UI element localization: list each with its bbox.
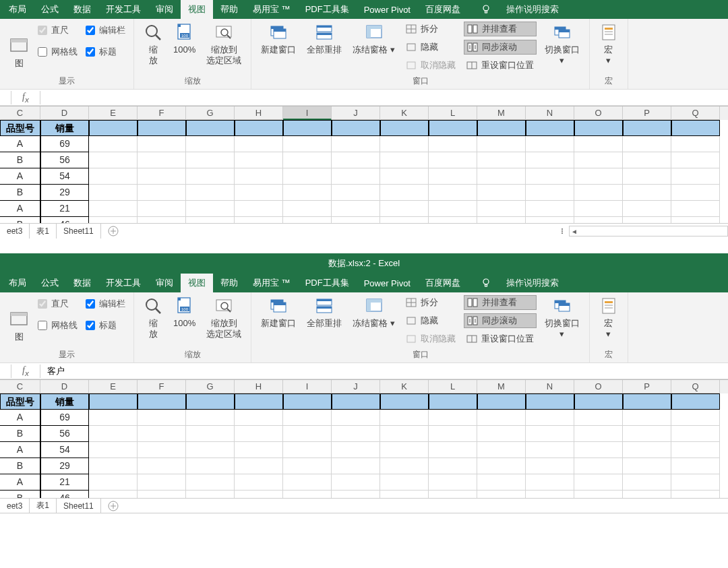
tab-formula[interactable]: 公式 (34, 274, 66, 292)
column-header[interactable]: I (283, 106, 332, 120)
new-window-button[interactable]: 新建窗口 (255, 294, 301, 329)
tell-me-search[interactable]: 操作说明搜索 (499, 274, 566, 292)
tab-powerpivot[interactable]: Power Pivot (357, 0, 418, 19)
chk-gridlines[interactable]: 网格线 (38, 46, 78, 58)
sheet-tab[interactable]: eet3 (0, 499, 30, 513)
tab-eyb[interactable]: 易用宝 ™ (245, 0, 298, 19)
column-header[interactable]: C (0, 380, 40, 393)
column-header[interactable]: K (380, 106, 429, 120)
tab-layout[interactable]: 布局 (1, 274, 34, 292)
tab-baidu[interactable]: 百度网盘 (418, 274, 468, 292)
reset-window-position-button[interactable]: 重设窗口位置 (464, 332, 537, 346)
tab-eyb[interactable]: 易用宝 ™ (245, 274, 298, 292)
zoom-selection-button[interactable]: 缩放到 选定区域 (201, 20, 247, 66)
chk-headings[interactable]: 标题 (86, 46, 125, 58)
column-header[interactable]: J (332, 380, 380, 393)
tab-formula[interactable]: 公式 (34, 0, 66, 19)
column-header[interactable]: E (89, 106, 138, 120)
macros-button[interactable]: 宏▾ (594, 294, 624, 340)
workbook-views-icon[interactable]: 图 (4, 294, 34, 342)
spreadsheet-grid-top[interactable]: CDEFGHIJKLMNOPQ品型号销量A69B56A54B29A21B46 (0, 106, 728, 223)
column-header[interactable]: M (477, 380, 526, 393)
column-header[interactable]: J (332, 106, 380, 120)
tab-pdf[interactable]: PDF工具集 (298, 0, 357, 19)
column-header[interactable]: E (89, 380, 138, 393)
tab-view[interactable]: 视图 (181, 274, 213, 292)
column-header[interactable]: P (623, 106, 671, 120)
chk-ruler[interactable]: 直尺 (38, 298, 78, 310)
tab-review[interactable]: 审阅 (148, 274, 181, 292)
formula-input[interactable] (42, 90, 728, 105)
zoom-100-button[interactable]: 100 100% (168, 20, 201, 55)
tab-pdf[interactable]: PDF工具集 (298, 274, 357, 292)
sheet-tab[interactable]: Sheet11 (57, 224, 101, 239)
hide-button[interactable]: 隐藏 (403, 40, 458, 55)
tab-devtools[interactable]: 开发工具 (98, 274, 148, 292)
column-header[interactable]: F (138, 380, 186, 393)
column-header[interactable]: M (477, 106, 526, 120)
column-header[interactable]: D (40, 380, 89, 393)
column-header[interactable]: N (526, 106, 574, 120)
zoom-button[interactable]: 缩 放 (138, 294, 168, 340)
freeze-panes-button[interactable]: 冻结窗格 ▾ (347, 20, 400, 55)
tab-layout[interactable]: 布局 (1, 0, 34, 19)
freeze-panes-button[interactable]: 冻结窗格 ▾ (347, 294, 400, 329)
split-button[interactable]: 拆分 (403, 295, 458, 310)
synchronous-scrolling-button[interactable]: 同步滚动 (464, 313, 537, 328)
column-header[interactable]: G (186, 380, 235, 393)
tab-devtools[interactable]: 开发工具 (98, 0, 148, 19)
spreadsheet-grid-bottom[interactable]: CDEFGHIJKLMNOPQ品型号销量A69B56A54B29A21B46 (0, 379, 728, 498)
add-sheet-button[interactable] (105, 500, 121, 512)
tab-data[interactable]: 数据 (66, 0, 98, 19)
view-side-by-side-button[interactable]: 并排查看 (464, 22, 537, 36)
tell-me-search[interactable]: 操作说明搜索 (499, 0, 566, 19)
hide-button[interactable]: 隐藏 (403, 313, 458, 328)
chk-gridlines[interactable]: 网格线 (38, 319, 78, 332)
chk-formulabar[interactable]: 编辑栏 (86, 298, 125, 310)
split-handle-icon[interactable] (555, 228, 569, 234)
column-header[interactable]: K (380, 380, 429, 393)
zoom-100-button[interactable]: 100 100% (168, 294, 201, 329)
sheet-tab[interactable]: 表1 (30, 499, 57, 513)
chk-formulabar[interactable]: 编辑栏 (86, 24, 125, 36)
synchronous-scrolling-button[interactable]: 同步滚动 (464, 40, 537, 55)
tab-help[interactable]: 帮助 (213, 0, 245, 19)
column-header[interactable]: F (138, 106, 186, 120)
chk-headings[interactable]: 标题 (86, 319, 125, 332)
column-header[interactable]: O (574, 106, 623, 120)
workbook-views-icon[interactable]: 图 (4, 20, 34, 69)
macros-button[interactable]: 宏▾ (594, 20, 624, 66)
column-header[interactable]: Q (671, 380, 720, 393)
column-header[interactable]: L (429, 380, 477, 393)
chk-ruler[interactable]: 直尺 (38, 24, 78, 36)
fx-icon[interactable]: fx (13, 365, 38, 377)
sheet-tab[interactable]: 表1 (30, 224, 57, 239)
add-sheet-button[interactable] (105, 225, 121, 237)
new-window-button[interactable]: 新建窗口 (255, 20, 301, 55)
column-header[interactable]: G (186, 106, 235, 120)
column-header[interactable]: D (40, 106, 89, 120)
column-header[interactable]: N (526, 380, 574, 393)
column-header[interactable]: L (429, 106, 477, 120)
tab-baidu[interactable]: 百度网盘 (418, 0, 468, 19)
column-header[interactable]: C (0, 106, 40, 120)
column-header[interactable]: O (574, 380, 623, 393)
tab-powerpivot[interactable]: Power Pivot (357, 274, 418, 292)
split-button[interactable]: 拆分 (403, 22, 458, 36)
switch-windows-button[interactable]: 切换窗口▾ (539, 20, 585, 66)
view-side-by-side-button[interactable]: 并排查看 (464, 295, 537, 310)
sheet-tab[interactable]: Sheet11 (57, 499, 101, 513)
column-header[interactable]: I (283, 380, 332, 393)
fx-icon[interactable]: fx (13, 92, 38, 104)
tab-view[interactable]: 视图 (181, 0, 213, 19)
arrange-all-button[interactable]: 全部重排 (301, 20, 347, 55)
tab-review[interactable]: 审阅 (148, 0, 181, 19)
column-header[interactable]: H (235, 380, 283, 393)
tab-data[interactable]: 数据 (66, 274, 98, 292)
tab-help[interactable]: 帮助 (213, 274, 245, 292)
column-header[interactable]: P (623, 380, 671, 393)
arrange-all-button[interactable]: 全部重排 (301, 294, 347, 329)
zoom-selection-button[interactable]: 缩放到 选定区域 (201, 294, 247, 340)
horizontal-scrollbar[interactable]: ◄ (569, 226, 728, 236)
formula-input[interactable] (42, 364, 728, 379)
